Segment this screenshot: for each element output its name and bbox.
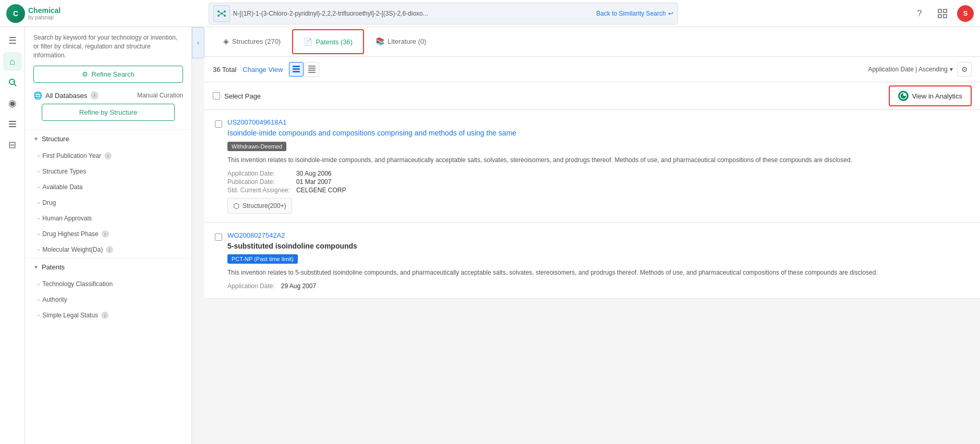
- sort-label: Application Date | Ascending: [868, 66, 948, 73]
- refine-search-icon: ⚙: [82, 70, 88, 78]
- sort-dropdown[interactable]: Application Date | Ascending ▾: [868, 66, 953, 73]
- patent-card-2: WO2008027542A2 5-substituted isoindoline…: [204, 223, 980, 299]
- nav-list-icon[interactable]: [3, 115, 22, 133]
- help-button[interactable]: ?: [911, 5, 928, 22]
- sidebar-hint: Search by keyword for your technology or…: [33, 33, 183, 59]
- assignee-label-1: Std. Current Assignee:: [227, 187, 290, 194]
- svg-rect-20: [293, 68, 300, 70]
- grid-icon: [938, 9, 947, 18]
- refine-by-structure-button[interactable]: Refine by Structure: [42, 104, 175, 121]
- filter-technology-classification[interactable]: › Technology Classification: [25, 276, 191, 292]
- filter-drug-highest-phase[interactable]: › Drug Highest Phase i: [25, 226, 191, 242]
- view-analytics-button[interactable]: View in Analytics: [891, 88, 970, 104]
- tab-literature[interactable]: 📚 Literature (0): [365, 30, 437, 54]
- st-label: Structure Types: [42, 168, 86, 175]
- tab-patents[interactable]: 📄 Patents (36): [293, 30, 363, 53]
- filter-available-data[interactable]: › Available Data: [25, 179, 191, 195]
- svg-rect-9: [938, 9, 941, 13]
- structures-tab-label: Structures (270): [232, 38, 281, 45]
- card-1-checkbox[interactable]: [215, 120, 222, 128]
- select-page-label: Select Page: [224, 92, 261, 100]
- patent-2-abstract: This invention relates to 5-substituted …: [227, 268, 970, 277]
- settings-button[interactable]: ⚙: [957, 62, 972, 77]
- sidebar-section-patents: ▼ Patents › Technology Classification › …: [25, 257, 191, 323]
- user-avatar[interactable]: S: [957, 5, 974, 22]
- svg-line-5: [219, 11, 222, 14]
- main-layout: ☰ ⌂ ◉ ⊟ Search by keyword for your techn…: [0, 27, 980, 444]
- structures-tab-icon: ◈: [223, 37, 229, 45]
- patent-2-id[interactable]: WO2008027542A2: [227, 231, 970, 239]
- patents-section-header[interactable]: ▼ Patents: [25, 258, 191, 276]
- view-analytics-label: View in Analytics: [912, 92, 962, 100]
- list-view-button[interactable]: [289, 62, 304, 77]
- card-1-header: US20070049618A1 Isoindole-imide compound…: [215, 118, 970, 214]
- ad-chevron-icon: ›: [35, 187, 41, 188]
- tab-structures[interactable]: ◈ Structures (270): [213, 30, 291, 54]
- filter-authority[interactable]: › Authority: [25, 292, 191, 307]
- molecule-icon: [214, 6, 229, 21]
- filter-simple-legal-status[interactable]: › Simple Legal Status i: [25, 307, 191, 323]
- fpy-chevron-icon: ›: [35, 155, 41, 157]
- db-info-icon[interactable]: i: [90, 91, 99, 100]
- nav-bookmark-icon[interactable]: ⊟: [3, 135, 22, 154]
- view-icons: [289, 62, 319, 77]
- auth-label: Authority: [42, 296, 67, 303]
- logo-text: Chemical by patsnap: [28, 6, 61, 20]
- nav-search-icon[interactable]: [3, 73, 22, 92]
- sidebar-search-area: Search by keyword for your technology or…: [25, 27, 191, 87]
- patent-2-status: PCT-NP (Past time limit): [227, 251, 970, 268]
- globe-icon: 🌐: [33, 91, 42, 100]
- patents-tab-label: Patents (36): [316, 38, 353, 46]
- fpy-info-icon[interactable]: i: [104, 152, 112, 159]
- patent-1-id[interactable]: US20070049618A1: [227, 118, 970, 126]
- grid-menu-button[interactable]: [934, 5, 951, 22]
- structure-section-header[interactable]: ▼ Structure: [25, 130, 191, 148]
- ha-chevron-icon: ›: [35, 218, 41, 219]
- compact-view-button[interactable]: [305, 62, 319, 77]
- sls-info-icon[interactable]: i: [101, 312, 108, 319]
- drug-label: Drug: [42, 199, 56, 206]
- svg-rect-25: [308, 72, 316, 73]
- patents-section-label: Patents: [42, 263, 65, 271]
- patent-1-title[interactable]: Isoindole-imide compounds and compositio…: [227, 128, 970, 139]
- patent-2-title[interactable]: 5-substituted isoindoline compounds: [227, 241, 970, 252]
- filter-human-approvals[interactable]: › Human Approvals: [25, 211, 191, 226]
- structure-button-1[interactable]: ⬡ Structure(200+): [227, 198, 292, 214]
- filter-molecular-weight[interactable]: › Molecular Weight(Da) i: [25, 242, 191, 257]
- back-to-similarity-search-link[interactable]: Back to Similarity Search ↩: [596, 10, 673, 17]
- app-logo-icon: C: [6, 4, 25, 23]
- select-page-checkbox[interactable]: [213, 92, 220, 100]
- dhp-info-icon[interactable]: i: [102, 230, 109, 238]
- collapse-sidebar-button[interactable]: ‹: [192, 27, 204, 58]
- topbar: C Chemical by patsnap N-[(1R)-1-(3-Chlor…: [0, 0, 980, 27]
- sort-chevron-icon: ▾: [950, 66, 953, 73]
- nav-analytics-icon[interactable]: ◉: [3, 94, 22, 113]
- fpy-label: First Publication Year: [42, 152, 101, 159]
- nav-home-icon[interactable]: ⌂: [3, 52, 22, 71]
- svg-rect-23: [308, 68, 316, 69]
- change-view-link[interactable]: Change View: [243, 66, 283, 73]
- refine-search-button[interactable]: ⚙ Refine Search: [33, 66, 183, 83]
- patent-1-status-badge: Withdrawn-Deemed: [227, 142, 286, 151]
- card-2-checkbox[interactable]: [215, 233, 222, 241]
- left-nav: ☰ ⌂ ◉ ⊟: [0, 27, 25, 444]
- svg-line-8: [222, 14, 225, 16]
- filter-drug[interactable]: › Drug: [25, 195, 191, 211]
- assignee-value-1: CELGENE CORP: [296, 187, 970, 194]
- card-2-header: WO2008027542A2 5-substituted isoindoline…: [215, 231, 970, 290]
- db-left: 🌐 All Databases i: [33, 91, 99, 100]
- db-label: All Databases: [45, 92, 87, 100]
- svg-rect-18: [9, 126, 16, 127]
- mw-info-icon[interactable]: i: [106, 246, 113, 253]
- literature-tab-label: Literature (0): [388, 38, 426, 45]
- filter-first-publication-year[interactable]: › First Publication Year i: [25, 148, 191, 164]
- refine-structure-wrapper: Refine by Structure: [25, 104, 191, 129]
- card-1-content: US20070049618A1 Isoindole-imide compound…: [227, 118, 970, 214]
- svg-rect-16: [9, 121, 16, 122]
- db-manual-label: Manual Curation: [137, 92, 183, 99]
- nav-menu-icon[interactable]: ☰: [3, 31, 22, 50]
- structure-section-label: Structure: [42, 135, 69, 143]
- select-analytics-row: Select Page View in Analytics: [204, 82, 980, 110]
- filter-structure-types[interactable]: › Structure Types: [25, 164, 191, 179]
- tc-chevron-icon: ›: [35, 283, 41, 285]
